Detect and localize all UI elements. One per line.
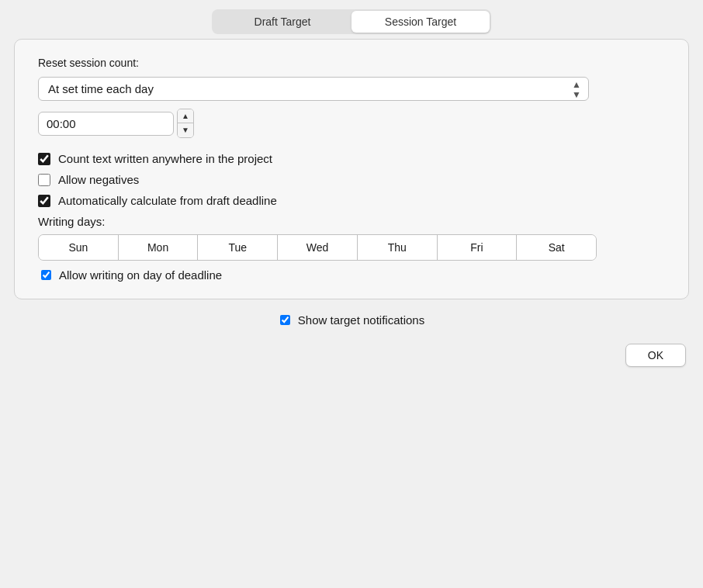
allow-negatives-row: Allow negatives [38, 173, 665, 186]
bottom-section: Show target notifications [279, 313, 424, 327]
auto-calculate-label: Automatically calculate from draft deadl… [58, 194, 277, 207]
count-text-label: Count text written anywhere in the proje… [58, 152, 272, 165]
tab-draft-target[interactable]: Draft Target [213, 11, 352, 33]
day-sun[interactable]: Sun [39, 235, 119, 260]
allow-deadline-label: Allow writing on day of deadline [59, 268, 222, 282]
footer-row: OK [14, 344, 689, 367]
days-grid: Sun Mon Tue Wed Thu Fri Sat [38, 234, 597, 261]
day-tue[interactable]: Tue [198, 235, 278, 260]
deadline-row: Allow writing on day of deadline [41, 268, 665, 282]
allow-deadline-checkbox[interactable] [41, 270, 51, 280]
main-panel: Reset session count: At set time each da… [14, 39, 689, 299]
count-text-row: Count text written anywhere in the proje… [38, 152, 665, 165]
reset-session-label: Reset session count: [38, 57, 665, 69]
dropdown-row: At set time each day Every day On app st… [38, 77, 665, 101]
auto-calculate-row: Automatically calculate from draft deadl… [38, 194, 665, 207]
time-input[interactable] [38, 112, 174, 136]
show-notifications-label: Show target notifications [298, 313, 424, 327]
allow-negatives-label: Allow negatives [58, 173, 139, 186]
writing-days-label: Writing days: [38, 215, 665, 228]
count-text-checkbox[interactable] [38, 153, 50, 165]
time-stepper: ▲ ▼ [177, 109, 194, 138]
reset-time-dropdown[interactable]: At set time each day Every day On app st… [38, 77, 589, 101]
auto-calculate-checkbox[interactable] [38, 195, 50, 207]
day-sat[interactable]: Sat [517, 235, 596, 260]
time-stepper-down[interactable]: ▼ [178, 123, 193, 137]
time-row: ▲ ▼ [38, 109, 665, 138]
tabs-bar: Draft Target Session Target [212, 9, 491, 34]
time-stepper-up[interactable]: ▲ [178, 109, 193, 123]
day-fri[interactable]: Fri [438, 235, 518, 260]
day-mon[interactable]: Mon [119, 235, 199, 260]
ok-button[interactable]: OK [625, 344, 686, 367]
show-notifications-checkbox[interactable] [280, 315, 290, 325]
day-wed[interactable]: Wed [278, 235, 358, 260]
allow-negatives-checkbox[interactable] [38, 174, 50, 186]
day-thu[interactable]: Thu [358, 235, 438, 260]
dropdown-wrapper: At set time each day Every day On app st… [38, 77, 589, 101]
tab-session-target[interactable]: Session Target [352, 11, 490, 33]
